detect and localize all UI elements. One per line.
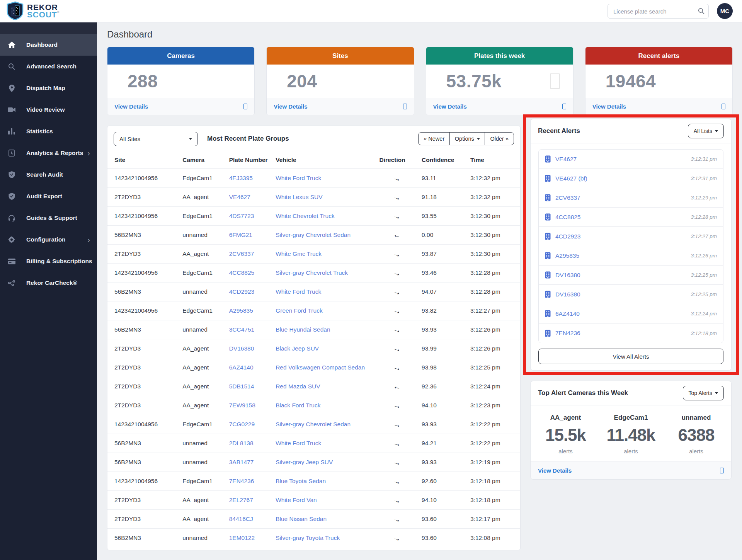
vehicle-link[interactable]: Silver-gray Toyota Truck [276, 534, 340, 541]
sidebar: DashboardAdvanced SearchDispatch MapVide… [0, 22, 97, 560]
vehicle-link[interactable]: Black Ford Truck [276, 402, 320, 409]
plate-number-link[interactable]: VE4627 [229, 194, 250, 200]
table-row: 1423421004956EdgeCam14DS7723White Chevro… [107, 207, 520, 226]
alert-plate-link[interactable]: 4CC8825 [555, 214, 581, 221]
vehicle-link[interactable]: Green Ford Truck [276, 307, 322, 314]
plate-number-link[interactable]: 7CG0229 [229, 421, 255, 427]
vehicle-link[interactable]: Silver-gray Chevrolet Sedan [276, 421, 351, 427]
vehicle-link[interactable]: Silver-gray Chevrolet Sedan [276, 231, 351, 238]
sidebar-item-label: Analytics & Reports [26, 150, 83, 157]
plate-number-link[interactable]: 6FMG21 [229, 231, 252, 238]
vehicle-link[interactable]: Silver-gray Jeep SUV [276, 459, 333, 465]
view-details-link[interactable]: View Details [592, 103, 626, 110]
alert-plate-link[interactable]: DV16380 [555, 272, 580, 279]
alert-plate-link[interactable]: VE4627 (bf) [555, 175, 587, 182]
all-lists-filter-button[interactable]: All Lists [688, 124, 724, 138]
direction-right-arrow-icon: → [393, 267, 403, 278]
plate-number-link[interactable]: A295835 [229, 307, 253, 314]
cell-camera: AA_agent [179, 396, 226, 415]
plate-number-link[interactable]: 3AB1477 [229, 459, 254, 465]
older-button[interactable]: Older » [485, 132, 514, 145]
view-details-link[interactable]: View Details [538, 467, 572, 474]
cell-confidence: 94.21 [419, 434, 467, 453]
vehicle-link[interactable]: White Gmc Truck [276, 250, 322, 257]
alert-plate-link[interactable]: A295835 [555, 252, 579, 259]
vehicle-link[interactable]: Blue Hyundai Sedan [276, 326, 330, 333]
sidebar-item-dispatch-map[interactable]: Dispatch Map [0, 77, 97, 99]
sidebar-item-guides-support[interactable]: Guides & Support [0, 207, 97, 229]
plate-number-link[interactable]: 7EN4236 [229, 478, 254, 484]
options-button[interactable]: Options [449, 132, 485, 145]
sidebar-item-label: Search Audit [26, 171, 63, 178]
sidebar-item-statistics[interactable]: Statistics [0, 121, 97, 142]
plate-number-link[interactable]: 2EL2767 [229, 497, 253, 503]
plate-number-link[interactable]: 84416CJ [229, 516, 253, 522]
alert-list-item: DV163803:12:25 pm [539, 285, 723, 304]
view-all-alerts-button[interactable]: View All Alerts [538, 349, 723, 364]
vehicle-link[interactable]: Red Mazda SUV [276, 383, 320, 390]
table-row: 2T2DYD3AA_agent5DB1514Red Mazda SUV←92.3… [107, 377, 520, 396]
cell-time: 3:12:22 pm [467, 415, 520, 434]
sidebar-item-video-review[interactable]: Video Review [0, 99, 97, 121]
sidebar-item-configuration[interactable]: Configuration› [0, 229, 97, 250]
license-plate-search-input[interactable] [608, 4, 709, 19]
table-row: 56B2MN3unnamed3CC4751Blue Hyundai Sedan→… [107, 320, 520, 339]
plate-number-link[interactable]: 4DS7723 [229, 213, 254, 219]
plate-number-link[interactable]: 2DL8138 [229, 440, 254, 446]
sidebar-item-audit-export[interactable]: Audit Export [0, 186, 97, 207]
view-details-link[interactable]: View Details [433, 103, 467, 110]
top-alerts-filter-button[interactable]: Top Alerts [683, 386, 724, 400]
plate-number-link[interactable]: DV16380 [229, 345, 254, 352]
plate-number-link[interactable]: 4EJ3395 [229, 175, 253, 181]
vehicle-link[interactable]: White Lexus SUV [276, 194, 322, 200]
plate-groups-table: SiteCameraPlate NumberVehicleDirectionCo… [107, 151, 520, 548]
sidebar-item-search-audit[interactable]: Search Audit [0, 164, 97, 186]
hotlist-icon [545, 213, 551, 221]
cell-camera: unnamed [179, 283, 226, 301]
plate-number-link[interactable]: 2CV6337 [229, 250, 254, 257]
alert-plate-link[interactable]: 2CV6337 [555, 194, 580, 201]
alert-plate-link[interactable]: DV16380 [555, 291, 580, 298]
sidebar-item-advanced-search[interactable]: Advanced Search [0, 56, 97, 77]
alert-plate-link[interactable]: 7EN4236 [555, 330, 580, 337]
view-details-link[interactable]: View Details [274, 103, 307, 110]
plate-number-link[interactable]: 3CC4751 [229, 326, 255, 333]
site-filter-select[interactable]: All Sites [114, 132, 198, 146]
table-row: 2T2DYD3AA_agent84416CJBlue Nissan Sedan→… [107, 510, 520, 529]
cell-camera: EdgeCam1 [179, 169, 226, 188]
vehicle-link[interactable]: White Chevrolet Truck [276, 213, 334, 219]
plate-groups-card: All Sites Most Recent Plate Groups « New… [107, 126, 521, 550]
vehicle-link[interactable]: White Ford Truck [276, 175, 321, 181]
plate-number-link[interactable]: 4CD2923 [229, 288, 255, 295]
credit-card-icon [8, 259, 15, 264]
vehicle-link[interactable]: Blue Nissan Sedan [276, 516, 327, 522]
vehicle-link[interactable]: Black Jeep SUV [276, 345, 319, 352]
vehicle-link[interactable]: Red Volkswagen Compact Sedan [276, 364, 365, 371]
cell-confidence: 93.11 [419, 169, 467, 188]
alert-plate-link[interactable]: 6AZ4140 [555, 310, 580, 317]
user-avatar[interactable]: MC [717, 3, 733, 19]
cell-confidence: 93.55 [419, 207, 467, 226]
alert-plate-link[interactable]: 4CD2923 [555, 233, 581, 240]
vehicle-link[interactable]: White Ford Van [276, 497, 317, 503]
plate-number-link[interactable]: 7EW9158 [229, 402, 255, 409]
plate-number-link[interactable]: 5DB1514 [229, 383, 254, 390]
vehicle-link[interactable]: Blue Toyota Sedan [276, 478, 326, 484]
newer-button[interactable]: « Newer [418, 132, 450, 145]
sidebar-item-rekor-carcheck[interactable]: Rekor CarCheck® [0, 272, 97, 294]
sidebar-item-billing-subscriptions[interactable]: Billing & Subscriptions [0, 250, 97, 272]
vehicle-link[interactable]: White Ford Truck [276, 288, 321, 295]
plate-number-link[interactable]: 6AZ4140 [229, 364, 254, 371]
alert-plate-link[interactable]: VE4627 [555, 156, 577, 163]
vehicle-link[interactable]: White Ford Truck [276, 440, 321, 446]
plate-number-link[interactable]: 4CC8825 [229, 269, 255, 276]
cell-confidence: 92.60 [419, 472, 467, 491]
vehicle-link[interactable]: Silver-gray Chevrolet Truck [276, 269, 348, 276]
table-row: 56B2MN3unnamed4CD2923White Ford Truck→94… [107, 283, 520, 301]
view-details-link[interactable]: View Details [114, 103, 148, 110]
table-row: 2T2DYD3AA_agent2CV6337White Gmc Truck→93… [107, 245, 520, 264]
plate-number-link[interactable]: 1EM0122 [229, 534, 255, 541]
sidebar-item-analytics-reports[interactable]: Analytics & Reports› [0, 142, 97, 164]
sidebar-item-dashboard[interactable]: Dashboard [0, 34, 97, 56]
direction-left-arrow-icon: ← [393, 230, 403, 240]
